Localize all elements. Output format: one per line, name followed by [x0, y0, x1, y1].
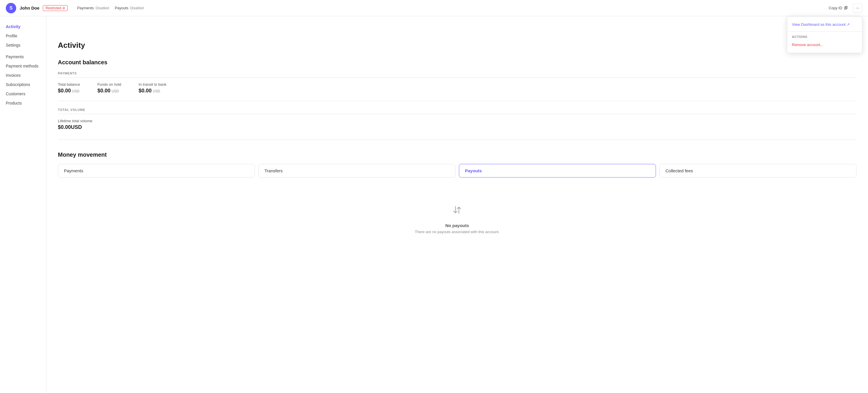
- actions-label: ACTIONS: [787, 34, 862, 40]
- tab-payouts[interactable]: Payouts: [459, 164, 656, 177]
- money-movement-tabs: Payments Transfers Payouts Collected fee…: [58, 164, 857, 177]
- restricted-icon: ⊘: [62, 6, 65, 10]
- sidebar-item-customers[interactable]: Customers: [0, 89, 46, 99]
- funds-on-hold-currency: USD: [112, 89, 119, 93]
- sidebar-item-settings[interactable]: Settings: [0, 40, 46, 50]
- in-transit-label: In transit to bank: [138, 82, 166, 87]
- in-transit-currency: USD: [153, 89, 160, 93]
- content-header-row: Add funds ···: [58, 26, 857, 35]
- empty-state-description: There are no payouts associated with thi…: [415, 230, 500, 234]
- header-more-button[interactable]: ···: [853, 3, 862, 13]
- payouts-label: Payouts: [115, 6, 128, 10]
- sidebar-spacer: [0, 50, 46, 52]
- in-transit-item: In transit to bank $0.00USD: [138, 82, 166, 94]
- header-status-items: Payments Disabled Payouts Disabled: [77, 6, 144, 10]
- dropdown-divider: [787, 31, 862, 32]
- balance-grid: Total balance $0.00USD Funds on hold $0.…: [58, 82, 857, 101]
- lifetime-value: $0.00USD: [58, 124, 857, 130]
- money-movement-title: Money movement: [58, 151, 857, 158]
- dropdown-menu: View Dashboard as this account ↗ ACTIONS…: [787, 16, 862, 53]
- payments-section-label: PAYMENTS: [58, 72, 857, 78]
- in-transit-value: $0.00USD: [138, 88, 166, 94]
- header-left: S John Doe Restricted ⊘ Payments Disable…: [6, 3, 826, 13]
- tab-collected-fees[interactable]: Collected fees: [659, 164, 857, 177]
- sidebar-item-profile[interactable]: Profile: [0, 31, 46, 40]
- sidebar-item-payments[interactable]: Payments: [0, 52, 46, 61]
- sidebar-item-activity[interactable]: Activity: [0, 22, 46, 31]
- sidebar: Activity Profile Settings Payments Payme…: [0, 16, 46, 393]
- layout: Activity Profile Settings Payments Payme…: [0, 16, 868, 393]
- empty-state: No payouts There are no payouts associat…: [58, 187, 857, 251]
- user-name: John Doe: [20, 5, 39, 10]
- sidebar-item-payment-methods[interactable]: Payment methods: [0, 61, 46, 71]
- page-title: Activity: [58, 41, 857, 50]
- payouts-status-item: Payouts Disabled: [115, 6, 144, 10]
- sidebar-item-products[interactable]: Products: [0, 99, 46, 108]
- money-movement-section: Money movement Payments Transfers Payout…: [58, 151, 857, 251]
- total-volume-section: TOTAL VOLUME Lifetime total volume $0.00…: [58, 108, 857, 140]
- total-balance-item: Total balance $0.00USD: [58, 82, 80, 94]
- funds-on-hold-label: Funds on hold: [97, 82, 121, 87]
- account-balances-title: Account balances: [58, 59, 857, 66]
- total-balance-currency: USD: [72, 89, 79, 93]
- total-balance-value: $0.00USD: [58, 88, 80, 94]
- lifetime-currency: USD: [71, 124, 82, 130]
- sidebar-item-invoices[interactable]: Invoices: [0, 71, 46, 80]
- funds-on-hold-value: $0.00USD: [97, 88, 121, 94]
- copy-id-label: Copy ID: [829, 6, 842, 10]
- payments-label: Payments: [77, 6, 94, 10]
- restricted-badge: Restricted ⊘: [43, 5, 68, 11]
- empty-state-icon: [452, 204, 463, 218]
- copy-id-button[interactable]: Copy ID 🗐: [826, 5, 850, 11]
- tab-payments[interactable]: Payments: [58, 164, 255, 177]
- avatar: S: [6, 3, 16, 13]
- payouts-status: Disabled: [130, 6, 144, 10]
- funds-on-hold-item: Funds on hold $0.00USD: [97, 82, 121, 94]
- payments-status-item: Payments Disabled: [77, 6, 109, 10]
- total-balance-label: Total balance: [58, 82, 80, 87]
- lifetime-label: Lifetime total volume: [58, 119, 857, 123]
- payments-status: Disabled: [95, 6, 109, 10]
- top-header: S John Doe Restricted ⊘ Payments Disable…: [0, 0, 868, 16]
- main-content: Add funds ··· Activity Account balances …: [46, 16, 868, 393]
- sidebar-item-subscriptions[interactable]: Subscriptions: [0, 80, 46, 89]
- total-volume-label: TOTAL VOLUME: [58, 108, 857, 114]
- view-dashboard-link[interactable]: View Dashboard as this account ↗: [787, 20, 862, 29]
- tab-transfers[interactable]: Transfers: [258, 164, 456, 177]
- restricted-label: Restricted: [45, 6, 61, 10]
- header-right: Copy ID 🗐 ···: [826, 3, 862, 13]
- copy-icon: 🗐: [844, 6, 848, 10]
- empty-state-title: No payouts: [445, 223, 469, 228]
- remove-account-button[interactable]: Remove account...: [787, 40, 862, 49]
